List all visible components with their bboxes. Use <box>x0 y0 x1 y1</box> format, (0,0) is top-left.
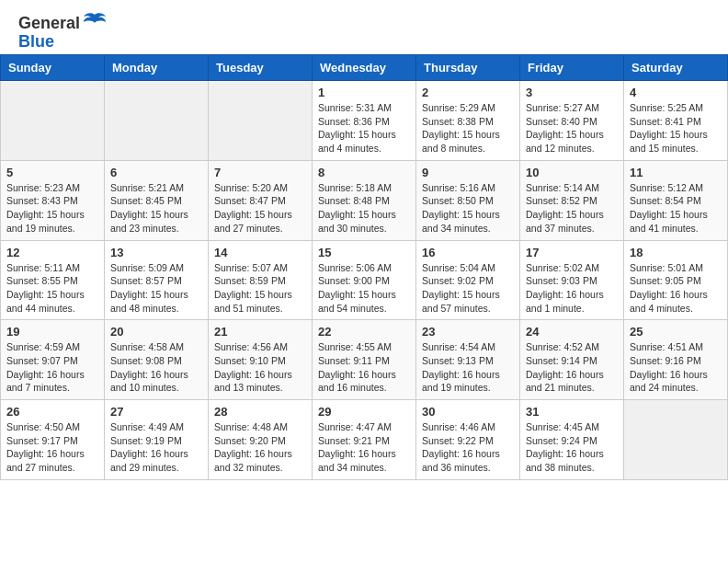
day-number: 4 <box>630 86 722 99</box>
day-number: 13 <box>110 246 202 259</box>
day-number: 11 <box>630 166 722 179</box>
calendar-cell: 11Sunrise: 5:12 AM Sunset: 8:54 PM Dayli… <box>624 160 728 240</box>
day-number: 29 <box>318 405 410 419</box>
calendar-cell: 5Sunrise: 5:23 AM Sunset: 8:43 PM Daylig… <box>1 160 105 240</box>
calendar-cell <box>209 81 313 161</box>
calendar-cell <box>624 400 728 480</box>
calendar-cell: 13Sunrise: 5:09 AM Sunset: 8:57 PM Dayli… <box>105 240 209 320</box>
day-info: Sunrise: 5:18 AM Sunset: 8:48 PM Dayligh… <box>318 181 410 236</box>
day-info: Sunrise: 4:45 AM Sunset: 9:24 PM Dayligh… <box>526 420 618 475</box>
col-thursday: Thursday <box>416 55 520 81</box>
day-info: Sunrise: 5:11 AM Sunset: 8:55 PM Dayligh… <box>6 261 98 316</box>
day-number: 5 <box>6 166 98 179</box>
day-number: 24 <box>526 325 618 339</box>
calendar-cell: 7Sunrise: 5:20 AM Sunset: 8:47 PM Daylig… <box>209 160 313 240</box>
day-info: Sunrise: 5:23 AM Sunset: 8:43 PM Dayligh… <box>6 181 98 236</box>
day-number: 22 <box>318 325 410 339</box>
logo-general-text: General <box>18 14 80 33</box>
calendar-week-row: 26Sunrise: 4:50 AM Sunset: 9:17 PM Dayli… <box>1 400 728 480</box>
day-number: 7 <box>214 166 306 179</box>
calendar-cell: 24Sunrise: 4:52 AM Sunset: 9:14 PM Dayli… <box>520 320 624 400</box>
calendar-cell: 27Sunrise: 4:49 AM Sunset: 9:19 PM Dayli… <box>105 400 209 480</box>
day-info: Sunrise: 5:14 AM Sunset: 8:52 PM Dayligh… <box>526 181 618 236</box>
calendar-cell: 6Sunrise: 5:21 AM Sunset: 8:45 PM Daylig… <box>105 160 209 240</box>
calendar-cell: 8Sunrise: 5:18 AM Sunset: 8:48 PM Daylig… <box>313 160 416 240</box>
day-number: 23 <box>422 325 514 339</box>
calendar-cell <box>1 81 105 161</box>
col-friday: Friday <box>520 55 624 81</box>
col-saturday: Saturday <box>624 55 728 81</box>
calendar-cell: 2Sunrise: 5:29 AM Sunset: 8:38 PM Daylig… <box>416 81 520 161</box>
calendar-cell: 23Sunrise: 4:54 AM Sunset: 9:13 PM Dayli… <box>416 320 520 400</box>
day-info: Sunrise: 5:31 AM Sunset: 8:36 PM Dayligh… <box>318 101 410 155</box>
calendar-cell: 1Sunrise: 5:31 AM Sunset: 8:36 PM Daylig… <box>313 81 416 161</box>
day-info: Sunrise: 4:48 AM Sunset: 9:20 PM Dayligh… <box>214 420 306 475</box>
day-number: 2 <box>422 86 514 99</box>
day-info: Sunrise: 4:52 AM Sunset: 9:14 PM Dayligh… <box>526 340 618 395</box>
calendar-cell: 18Sunrise: 5:01 AM Sunset: 9:05 PM Dayli… <box>624 240 728 320</box>
day-number: 8 <box>318 166 410 179</box>
day-number: 3 <box>526 86 618 99</box>
day-number: 30 <box>422 405 514 419</box>
page-header: General Blue <box>0 0 728 54</box>
day-info: Sunrise: 5:06 AM Sunset: 9:00 PM Dayligh… <box>318 261 410 316</box>
day-number: 18 <box>630 246 722 259</box>
day-number: 31 <box>526 405 618 419</box>
day-info: Sunrise: 4:50 AM Sunset: 9:17 PM Dayligh… <box>6 420 98 475</box>
day-info: Sunrise: 4:59 AM Sunset: 9:07 PM Dayligh… <box>6 340 98 395</box>
day-number: 14 <box>214 246 306 259</box>
day-number: 21 <box>214 325 306 339</box>
calendar-cell: 4Sunrise: 5:25 AM Sunset: 8:41 PM Daylig… <box>624 81 728 161</box>
day-info: Sunrise: 4:51 AM Sunset: 9:16 PM Dayligh… <box>630 340 722 395</box>
day-info: Sunrise: 5:20 AM Sunset: 8:47 PM Dayligh… <box>214 181 306 236</box>
day-number: 28 <box>214 405 306 419</box>
calendar-cell: 19Sunrise: 4:59 AM Sunset: 9:07 PM Dayli… <box>1 320 105 400</box>
calendar-week-row: 19Sunrise: 4:59 AM Sunset: 9:07 PM Dayli… <box>1 320 728 400</box>
calendar-cell: 12Sunrise: 5:11 AM Sunset: 8:55 PM Dayli… <box>1 240 105 320</box>
calendar-week-row: 12Sunrise: 5:11 AM Sunset: 8:55 PM Dayli… <box>1 240 728 320</box>
day-info: Sunrise: 5:07 AM Sunset: 8:59 PM Dayligh… <box>214 261 306 316</box>
calendar-cell: 9Sunrise: 5:16 AM Sunset: 8:50 PM Daylig… <box>416 160 520 240</box>
logo: General Blue <box>18 14 108 50</box>
day-number: 9 <box>422 166 514 179</box>
logo-bird-icon <box>82 12 108 32</box>
day-info: Sunrise: 5:04 AM Sunset: 9:02 PM Dayligh… <box>422 261 514 316</box>
day-info: Sunrise: 5:02 AM Sunset: 9:03 PM Dayligh… <box>526 261 618 316</box>
logo-blue-text: Blue <box>18 33 54 50</box>
day-info: Sunrise: 4:49 AM Sunset: 9:19 PM Dayligh… <box>110 420 202 475</box>
day-info: Sunrise: 5:01 AM Sunset: 9:05 PM Dayligh… <box>630 261 722 316</box>
day-info: Sunrise: 5:09 AM Sunset: 8:57 PM Dayligh… <box>110 261 202 316</box>
calendar-cell: 20Sunrise: 4:58 AM Sunset: 9:08 PM Dayli… <box>105 320 209 400</box>
day-info: Sunrise: 5:29 AM Sunset: 8:38 PM Dayligh… <box>422 101 514 155</box>
day-info: Sunrise: 5:25 AM Sunset: 8:41 PM Dayligh… <box>630 101 722 155</box>
calendar-cell: 15Sunrise: 5:06 AM Sunset: 9:00 PM Dayli… <box>313 240 416 320</box>
day-number: 27 <box>110 405 202 419</box>
calendar-cell: 3Sunrise: 5:27 AM Sunset: 8:40 PM Daylig… <box>520 81 624 161</box>
calendar-cell: 28Sunrise: 4:48 AM Sunset: 9:20 PM Dayli… <box>209 400 313 480</box>
day-info: Sunrise: 5:27 AM Sunset: 8:40 PM Dayligh… <box>526 101 618 155</box>
day-info: Sunrise: 4:58 AM Sunset: 9:08 PM Dayligh… <box>110 340 202 395</box>
day-info: Sunrise: 5:21 AM Sunset: 8:45 PM Dayligh… <box>110 181 202 236</box>
day-number: 16 <box>422 246 514 259</box>
col-wednesday: Wednesday <box>313 55 416 81</box>
day-info: Sunrise: 4:56 AM Sunset: 9:10 PM Dayligh… <box>214 340 306 395</box>
day-info: Sunrise: 5:16 AM Sunset: 8:50 PM Dayligh… <box>422 181 514 236</box>
calendar-cell: 22Sunrise: 4:55 AM Sunset: 9:11 PM Dayli… <box>313 320 416 400</box>
calendar-week-row: 5Sunrise: 5:23 AM Sunset: 8:43 PM Daylig… <box>1 160 728 240</box>
calendar-cell: 29Sunrise: 4:47 AM Sunset: 9:21 PM Dayli… <box>313 400 416 480</box>
calendar-cell: 14Sunrise: 5:07 AM Sunset: 8:59 PM Dayli… <box>209 240 313 320</box>
calendar-cell: 26Sunrise: 4:50 AM Sunset: 9:17 PM Dayli… <box>1 400 105 480</box>
calendar-cell <box>105 81 209 161</box>
calendar-header-row: Sunday Monday Tuesday Wednesday Thursday… <box>1 55 728 81</box>
calendar-cell: 16Sunrise: 5:04 AM Sunset: 9:02 PM Dayli… <box>416 240 520 320</box>
day-number: 20 <box>110 325 202 339</box>
day-number: 17 <box>526 246 618 259</box>
day-number: 12 <box>6 246 98 259</box>
day-number: 10 <box>526 166 618 179</box>
day-info: Sunrise: 4:54 AM Sunset: 9:13 PM Dayligh… <box>422 340 514 395</box>
calendar-week-row: 1Sunrise: 5:31 AM Sunset: 8:36 PM Daylig… <box>1 81 728 161</box>
day-info: Sunrise: 4:47 AM Sunset: 9:21 PM Dayligh… <box>318 420 410 475</box>
calendar-cell: 30Sunrise: 4:46 AM Sunset: 9:22 PM Dayli… <box>416 400 520 480</box>
day-number: 1 <box>318 86 410 99</box>
calendar-cell: 17Sunrise: 5:02 AM Sunset: 9:03 PM Dayli… <box>520 240 624 320</box>
